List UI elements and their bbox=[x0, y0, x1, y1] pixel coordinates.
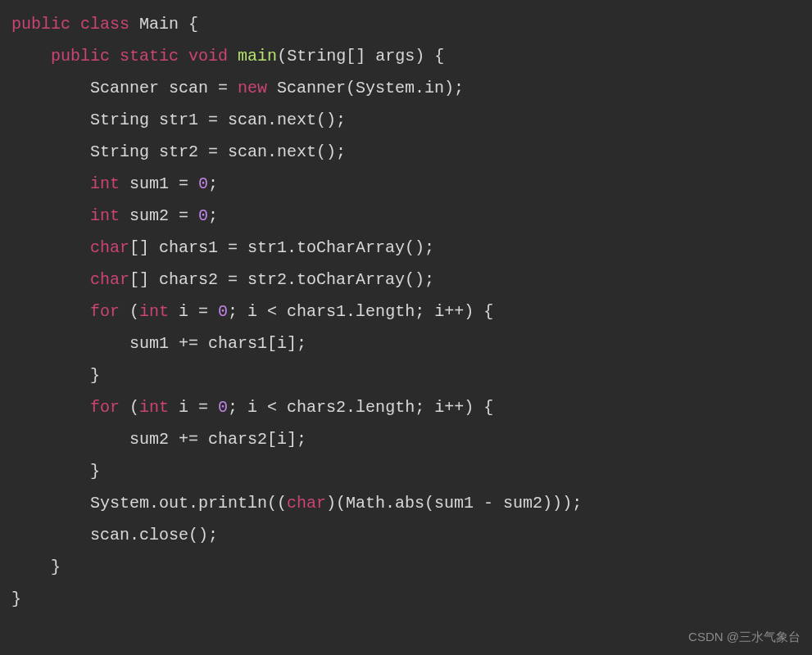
code-token: main bbox=[238, 47, 277, 66]
code-line: public class Main { bbox=[11, 15, 198, 34]
code-token bbox=[11, 206, 90, 225]
code-line: } bbox=[11, 590, 21, 608]
code-line: char[] chars2 = str2.toCharArray(); bbox=[11, 270, 434, 289]
code-token bbox=[110, 47, 120, 66]
code-token: } bbox=[11, 558, 61, 576]
code-token: ; i < chars2.length; i++) { bbox=[228, 398, 493, 417]
code-token: void bbox=[188, 47, 228, 66]
code-token bbox=[11, 270, 90, 289]
code-line: for (int i = 0; i < chars2.length; i++) … bbox=[11, 398, 493, 417]
code-line: int sum1 = 0; bbox=[11, 174, 218, 193]
code-line: Scanner scan = new Scanner(System.in); bbox=[11, 79, 464, 97]
code-token: i = bbox=[169, 398, 218, 417]
code-token: Main { bbox=[129, 15, 198, 34]
code-token: public bbox=[11, 15, 70, 34]
code-token: } bbox=[11, 462, 100, 481]
code-line: System.out.println((char)(Math.abs(sum1 … bbox=[11, 494, 582, 513]
code-token: String str2 = scan.next(); bbox=[11, 142, 346, 161]
code-token: (String[] args) { bbox=[277, 47, 444, 66]
code-token bbox=[11, 302, 90, 321]
code-token: new bbox=[238, 79, 267, 97]
code-token bbox=[179, 47, 188, 66]
code-line: public static void main(String[] args) { bbox=[11, 47, 444, 66]
watermark-text: CSDN @三水气象台 bbox=[688, 625, 801, 648]
code-token: 0 bbox=[218, 398, 228, 417]
code-token: 0 bbox=[198, 174, 208, 193]
code-line: for (int i = 0; i < chars1.length; i++) … bbox=[11, 302, 493, 321]
code-line: int sum2 = 0; bbox=[11, 206, 218, 225]
code-token: String str1 = scan.next(); bbox=[11, 111, 346, 129]
code-token: scan.close(); bbox=[11, 526, 218, 544]
code-token: class bbox=[80, 15, 129, 34]
code-token: char bbox=[90, 238, 129, 257]
code-token bbox=[11, 238, 90, 257]
code-block: public class Main { public static void m… bbox=[11, 8, 801, 615]
code-line: } bbox=[11, 462, 100, 481]
code-token: )(Math.abs(sum1 - sum2))); bbox=[326, 494, 582, 513]
code-token: sum2 = bbox=[120, 206, 198, 225]
code-token: } bbox=[11, 590, 21, 608]
code-token: ; bbox=[208, 174, 218, 193]
code-token: Scanner(System.in); bbox=[267, 79, 464, 97]
code-token: sum2 += chars2[i]; bbox=[11, 430, 306, 449]
code-token bbox=[11, 47, 51, 66]
code-token: char bbox=[90, 270, 129, 289]
code-line: String str2 = scan.next(); bbox=[11, 142, 346, 161]
code-token: ( bbox=[120, 302, 139, 321]
code-token: [] chars2 = str2.toCharArray(); bbox=[129, 270, 434, 289]
code-token bbox=[11, 398, 90, 417]
code-token: [] chars1 = str1.toCharArray(); bbox=[129, 238, 434, 257]
code-line: scan.close(); bbox=[11, 526, 218, 544]
code-token: System.out.println(( bbox=[11, 494, 287, 513]
code-token: int bbox=[90, 174, 120, 193]
code-token: public bbox=[51, 47, 110, 66]
code-token bbox=[228, 47, 238, 66]
code-token: Scanner scan = bbox=[11, 79, 238, 97]
code-token: i = bbox=[169, 302, 218, 321]
code-token: int bbox=[139, 398, 169, 417]
code-token: sum1 = bbox=[120, 174, 198, 193]
code-token: for bbox=[90, 302, 120, 321]
code-line: } bbox=[11, 558, 61, 576]
code-line: char[] chars1 = str1.toCharArray(); bbox=[11, 238, 434, 257]
code-line: sum2 += chars2[i]; bbox=[11, 430, 306, 449]
code-token: 0 bbox=[198, 206, 208, 225]
code-line: String str1 = scan.next(); bbox=[11, 111, 346, 129]
code-token: ( bbox=[120, 398, 139, 417]
code-token: sum1 += chars1[i]; bbox=[11, 334, 306, 353]
code-token: 0 bbox=[218, 302, 228, 321]
code-token: int bbox=[90, 206, 120, 225]
code-line: sum1 += chars1[i]; bbox=[11, 334, 306, 353]
code-token: char bbox=[287, 494, 326, 513]
code-token: int bbox=[139, 302, 169, 321]
code-line: } bbox=[11, 366, 100, 385]
code-token: ; bbox=[208, 206, 218, 225]
code-token: for bbox=[90, 398, 120, 417]
code-token: ; i < chars1.length; i++) { bbox=[228, 302, 493, 321]
code-token: } bbox=[11, 366, 100, 385]
code-token bbox=[11, 174, 90, 193]
code-token: static bbox=[120, 47, 179, 66]
code-token bbox=[70, 15, 80, 34]
